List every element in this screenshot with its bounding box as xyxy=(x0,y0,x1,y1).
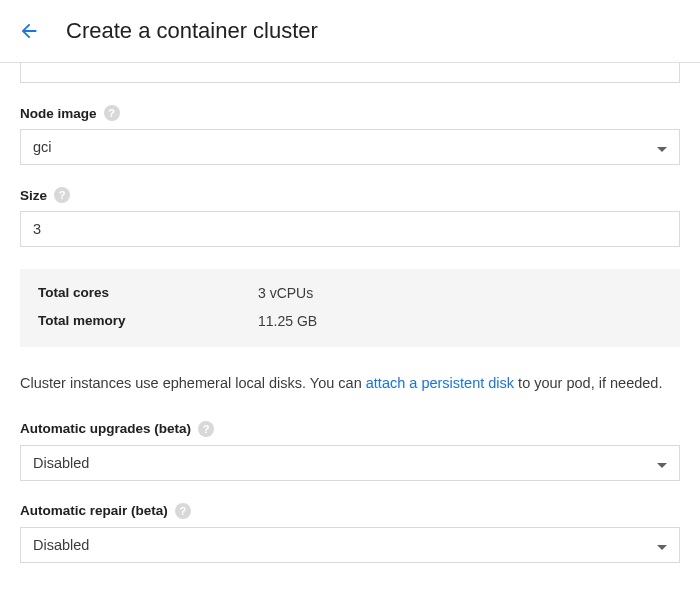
page-header: Create a container cluster xyxy=(0,0,700,63)
attach-disk-link[interactable]: attach a persistent disk xyxy=(366,375,514,391)
info-suffix: to your pod, if needed. xyxy=(514,375,662,391)
chevron-down-icon xyxy=(657,455,667,471)
auto-repair-select[interactable]: Disabled xyxy=(20,527,680,563)
total-cores-label: Total cores xyxy=(38,285,258,301)
node-image-select[interactable]: gci xyxy=(20,129,680,165)
info-text: Cluster instances use ephemeral local di… xyxy=(20,373,680,395)
size-label: Size ? xyxy=(20,187,680,203)
auto-repair-group: Automatic repair (beta) ? Disabled xyxy=(20,503,680,563)
auto-upgrades-label: Automatic upgrades (beta) ? xyxy=(20,421,680,437)
form-content: Node image ? gci Size ? Total cores 3 vC… xyxy=(0,63,700,583)
back-arrow-icon[interactable] xyxy=(18,20,40,42)
node-image-group: Node image ? gci xyxy=(20,105,680,165)
help-icon[interactable]: ? xyxy=(54,187,70,203)
size-input[interactable] xyxy=(20,211,680,247)
summary-table: Total cores 3 vCPUs Total memory 11.25 G… xyxy=(20,269,680,347)
auto-repair-label: Automatic repair (beta) ? xyxy=(20,503,680,519)
auto-upgrades-select[interactable]: Disabled xyxy=(20,445,680,481)
table-row: Total memory 11.25 GB xyxy=(20,307,680,335)
auto-repair-value: Disabled xyxy=(33,537,657,553)
auto-repair-label-text: Automatic repair (beta) xyxy=(20,503,168,518)
table-row: Total cores 3 vCPUs xyxy=(20,279,680,307)
help-icon[interactable]: ? xyxy=(175,503,191,519)
total-memory-value: 11.25 GB xyxy=(258,313,317,329)
total-memory-label: Total memory xyxy=(38,313,258,329)
node-image-label-text: Node image xyxy=(20,106,97,121)
page-title: Create a container cluster xyxy=(66,18,318,44)
node-image-label: Node image ? xyxy=(20,105,680,121)
auto-upgrades-group: Automatic upgrades (beta) ? Disabled xyxy=(20,421,680,481)
chevron-down-icon xyxy=(657,139,667,155)
size-label-text: Size xyxy=(20,188,47,203)
help-icon[interactable]: ? xyxy=(198,421,214,437)
help-icon[interactable]: ? xyxy=(104,105,120,121)
chevron-down-icon xyxy=(657,537,667,553)
auto-upgrades-value: Disabled xyxy=(33,455,657,471)
node-image-value: gci xyxy=(33,139,657,155)
previous-field-box xyxy=(20,63,680,83)
info-prefix: Cluster instances use ephemeral local di… xyxy=(20,375,366,391)
size-group: Size ? xyxy=(20,187,680,247)
auto-upgrades-label-text: Automatic upgrades (beta) xyxy=(20,421,191,436)
total-cores-value: 3 vCPUs xyxy=(258,285,313,301)
